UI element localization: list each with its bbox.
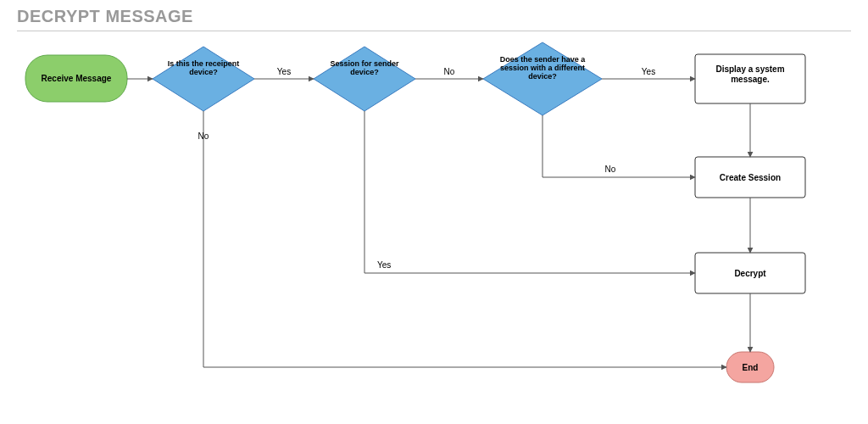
node-receive-label: Receive Message bbox=[42, 74, 112, 83]
flowchart-svg: Receive Message Is this the receipent de… bbox=[0, 0, 868, 424]
label-q2-no: No bbox=[444, 67, 455, 76]
edge-q1-no bbox=[203, 111, 726, 367]
edge-q3-no bbox=[542, 115, 695, 177]
node-q1-label: Is this the receipent device? bbox=[161, 59, 246, 77]
node-end-label: End bbox=[743, 363, 759, 372]
node-receive-message: Receive Message bbox=[25, 55, 127, 102]
label-q1-no: No bbox=[198, 131, 209, 141]
node-decrypt-label: Decrypt bbox=[734, 269, 766, 278]
node-q2-label: Session for sender device? bbox=[322, 59, 407, 77]
node-create-session-label: Create Session bbox=[720, 173, 781, 182]
node-session-for-sender: Session for sender device? bbox=[314, 47, 415, 111]
node-display-system-message: Display a system message. bbox=[695, 54, 805, 103]
diagram-canvas: DECRYPT MESSAGE Receive Message Is this … bbox=[0, 0, 868, 424]
node-decrypt: Decrypt bbox=[695, 253, 805, 293]
node-is-recipient-device: Is this the receipent device? bbox=[153, 47, 254, 111]
node-create-session: Create Session bbox=[695, 157, 805, 198]
node-sender-has-other-session: Does the sender have a session with a di… bbox=[483, 42, 602, 115]
node-q3-label: Does the sender have a session with a di… bbox=[492, 56, 593, 81]
label-q3-yes: Yes bbox=[642, 67, 655, 76]
node-end: End bbox=[726, 352, 774, 382]
edge-q2-yes bbox=[364, 111, 695, 273]
node-display-label: Display a system message. bbox=[699, 64, 801, 85]
label-q3-no: No bbox=[605, 165, 616, 174]
label-q1-yes: Yes bbox=[277, 67, 291, 76]
label-q2-yes: Yes bbox=[377, 260, 391, 270]
